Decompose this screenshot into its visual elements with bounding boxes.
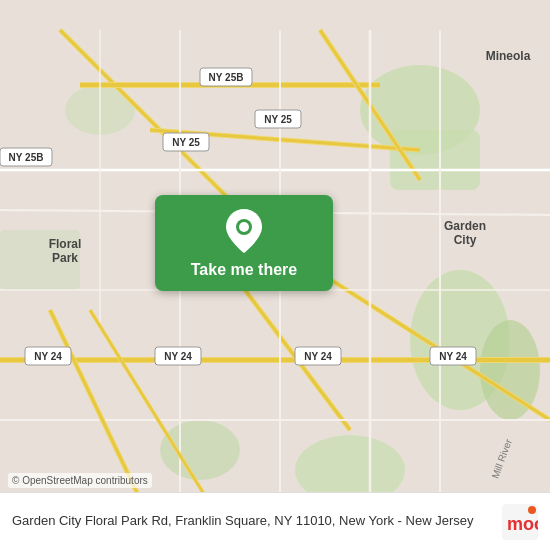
svg-text:NY 24: NY 24 [304, 351, 332, 362]
svg-text:Garden: Garden [444, 219, 486, 233]
svg-text:Park: Park [52, 251, 78, 265]
svg-text:NY 24: NY 24 [439, 351, 467, 362]
svg-point-62 [528, 506, 536, 514]
svg-text:NY 25B: NY 25B [9, 152, 44, 163]
svg-text:NY 25: NY 25 [264, 114, 292, 125]
svg-text:NY 24: NY 24 [34, 351, 62, 362]
svg-text:moovit: moovit [507, 514, 538, 534]
svg-text:City: City [454, 233, 477, 247]
moovit-icon: moovit [502, 504, 538, 540]
osm-attribution: © OpenStreetMap contributors [8, 473, 152, 488]
svg-rect-2 [390, 130, 480, 190]
bottom-bar: Garden City Floral Park Rd, Franklin Squ… [0, 492, 550, 550]
button-label: Take me there [191, 261, 297, 279]
location-pin-icon [226, 209, 262, 253]
svg-text:NY 24: NY 24 [164, 351, 192, 362]
svg-point-6 [160, 420, 240, 480]
moovit-logo: moovit [502, 504, 538, 540]
svg-text:Mineola: Mineola [486, 49, 531, 63]
map-container: NY 25B NY 25B NY 25 NY 25 NY 24 NY 24 NY… [0, 0, 550, 550]
address-text: Garden City Floral Park Rd, Franklin Squ… [12, 512, 492, 530]
svg-text:Floral: Floral [49, 237, 82, 251]
svg-text:NY 25: NY 25 [172, 137, 200, 148]
take-me-there-button[interactable]: Take me there [155, 195, 333, 291]
svg-point-59 [239, 222, 249, 232]
svg-text:NY 25B: NY 25B [209, 72, 244, 83]
